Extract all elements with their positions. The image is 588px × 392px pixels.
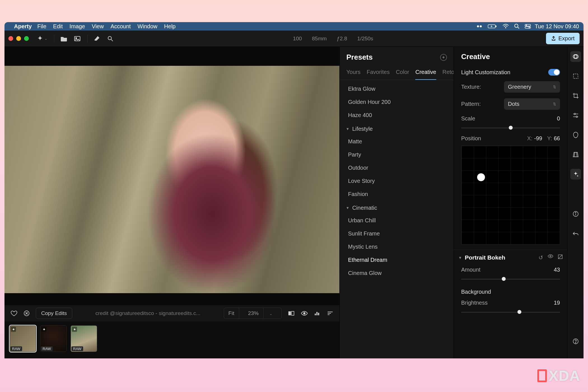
thumbnail-3[interactable]: ✦ RAW — [71, 325, 97, 352]
preset-item[interactable]: Ektra Glow — [345, 82, 451, 95]
pattern-select[interactable]: Dots⇅ — [504, 98, 560, 110]
position-grid[interactable] — [461, 146, 560, 244]
scale-slider[interactable] — [461, 126, 560, 130]
preset-group-lifestyle[interactable]: ▼Lifestyle — [345, 122, 451, 135]
mask-icon[interactable] — [558, 254, 563, 261]
face-tool[interactable] — [570, 130, 581, 140]
reject-icon[interactable] — [24, 310, 30, 316]
help-tool[interactable] — [570, 336, 581, 347]
add-preset-button[interactable]: + — [440, 54, 447, 61]
preset-item[interactable]: Love Story — [345, 174, 451, 188]
sort-icon[interactable] — [327, 311, 333, 316]
menu-help[interactable]: Help — [164, 23, 176, 30]
meta-aperture: ƒ2.8 — [337, 36, 347, 42]
menubar-clock[interactable]: Tue 12 Nov 09:40 — [535, 23, 579, 30]
fit-button[interactable]: Fit — [224, 308, 239, 319]
tab-favorites[interactable]: Favorites — [367, 69, 389, 80]
menu-view[interactable]: View — [92, 23, 104, 30]
folder-icon[interactable] — [60, 36, 67, 41]
presets-panel: Presets + Yours Favorites Color Creative… — [339, 47, 454, 358]
preset-item[interactable]: Mystic Lens — [345, 240, 451, 253]
preset-item[interactable]: Haze 400 — [345, 109, 451, 122]
menu-edit[interactable]: Edit — [53, 23, 63, 30]
meta-focal: 85mm — [312, 36, 327, 42]
adjustments-tool[interactable] — [570, 51, 581, 62]
preset-group-cinematic[interactable]: ▼Cinematic — [345, 201, 451, 214]
position-handle[interactable] — [477, 173, 485, 181]
zoom-icon[interactable] — [107, 36, 113, 42]
battery-icon[interactable] — [488, 24, 497, 29]
app-toolbar: ⌄ 100 85mm ƒ2.8 1/250s Export — [4, 31, 584, 47]
canvas-area[interactable] — [4, 47, 339, 305]
svg-point-0 — [477, 25, 479, 27]
texture-select[interactable]: Greenery⇅ — [504, 81, 560, 93]
position-label: Position — [461, 135, 481, 142]
screenrecord-icon[interactable] — [477, 24, 483, 29]
wifi-icon[interactable] — [502, 24, 509, 29]
compare-icon[interactable] — [288, 311, 295, 316]
copy-edits-button[interactable]: Copy Edits — [36, 308, 72, 319]
visibility-icon[interactable] — [548, 254, 553, 261]
content-area: Copy Edits credit @signatureeditsco - si… — [4, 47, 584, 358]
tab-yours[interactable]: Yours — [346, 69, 360, 80]
preset-item[interactable]: Sunlit Frame — [345, 227, 451, 240]
amount-slider[interactable] — [461, 277, 560, 281]
perspective-tool[interactable] — [570, 149, 581, 160]
menu-image[interactable]: Image — [69, 23, 85, 30]
tab-creative[interactable]: Creative — [415, 69, 436, 80]
app-window: ⌄ 100 85mm ƒ2.8 1/250s Export Copy Ed — [4, 31, 584, 358]
preset-item[interactable]: Fashion — [345, 188, 451, 201]
fullscreen-window-button[interactable] — [24, 36, 29, 41]
selection-tool[interactable] — [570, 71, 581, 81]
brightness-label: Brightness — [461, 300, 488, 306]
eraser-icon[interactable] — [94, 36, 101, 42]
control-center-icon[interactable] — [525, 24, 531, 29]
tab-retouch[interactable]: Retou — [442, 69, 454, 80]
spotlight-icon[interactable] — [514, 24, 520, 29]
thumbnail-2[interactable]: ✦ RAW — [40, 325, 67, 352]
minimize-window-button[interactable] — [16, 36, 21, 41]
portrait-bokeh-section[interactable]: ▼ Portrait Bokeh ↺ — [454, 249, 567, 264]
info-tool[interactable] — [570, 209, 581, 219]
chevron-down-icon: ▼ — [346, 127, 349, 131]
undo-tool[interactable] — [570, 228, 581, 239]
crop-tool[interactable] — [570, 90, 581, 101]
preset-item[interactable]: Cinema Glow — [345, 267, 451, 280]
image-icon[interactable] — [74, 36, 81, 41]
sparkle-tool-icon[interactable]: ⌄ — [37, 35, 47, 42]
menu-window[interactable]: Window — [137, 23, 157, 30]
effects-tool[interactable] — [570, 169, 581, 179]
light-customization-toggle[interactable] — [548, 69, 560, 76]
preset-list[interactable]: Ektra Glow Golden Hour 200 Haze 400 ▼Lif… — [340, 80, 454, 358]
histogram-icon[interactable] — [314, 311, 321, 316]
zoom-value[interactable]: 23% ⌄ — [239, 308, 281, 319]
sliders-tool[interactable] — [570, 110, 581, 121]
svg-point-12 — [76, 38, 77, 39]
preset-item[interactable]: Matte — [345, 135, 451, 148]
preset-item[interactable]: Golden Hour 200 — [345, 95, 451, 109]
menu-account[interactable]: Account — [111, 23, 131, 30]
export-button[interactable]: Export — [546, 33, 580, 44]
preset-item-selected[interactable]: Ethernal Dream — [345, 253, 451, 267]
raw-badge: RAW — [71, 346, 83, 351]
svg-point-43 — [575, 342, 576, 343]
tab-color[interactable]: Color — [396, 69, 409, 80]
edited-badge-icon: ✦ — [11, 327, 16, 332]
menubar-appname[interactable]: Aperty — [14, 23, 32, 30]
svg-point-13 — [108, 36, 111, 40]
reset-icon[interactable]: ↺ — [538, 254, 543, 261]
favorite-icon[interactable] — [11, 310, 17, 316]
preview-icon[interactable] — [301, 311, 308, 316]
preset-item[interactable]: Party — [345, 148, 451, 161]
svg-point-1 — [480, 25, 482, 27]
tool-rail — [567, 47, 584, 358]
close-window-button[interactable] — [8, 36, 13, 41]
zoom-control[interactable]: Fit 23% ⌄ — [224, 308, 282, 319]
preset-item[interactable]: Urban Chill — [345, 214, 451, 227]
macos-menubar: Aperty File Edit Image View Account Wind… — [4, 22, 584, 31]
thumbnail-1[interactable]: ✦ RAW — [10, 325, 36, 352]
amount-value: 43 — [554, 267, 560, 273]
brightness-slider[interactable] — [461, 310, 560, 314]
preset-item[interactable]: Outdoor — [345, 161, 451, 174]
menu-file[interactable]: File — [37, 23, 46, 30]
